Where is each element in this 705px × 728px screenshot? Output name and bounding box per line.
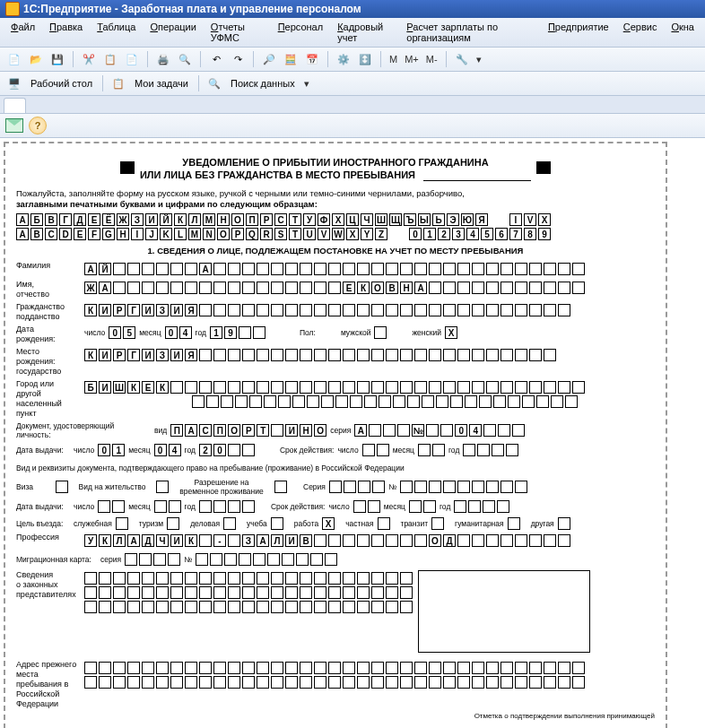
memory-mminus[interactable]: M-	[424, 54, 440, 65]
cell[interactable]	[156, 601, 169, 613]
cell[interactable]	[362, 444, 375, 456]
cell[interactable]	[257, 304, 269, 316]
checkbox-purpose-1[interactable]	[167, 517, 179, 530]
cell[interactable]	[314, 601, 326, 613]
cell[interactable]	[142, 263, 154, 275]
cell[interactable]	[300, 282, 312, 294]
cell[interactable]	[486, 662, 499, 674]
cell[interactable]: О	[314, 424, 326, 437]
cell[interactable]	[213, 601, 226, 613]
cell[interactable]	[414, 304, 427, 316]
cell[interactable]	[127, 676, 140, 689]
cell[interactable]	[113, 676, 126, 689]
cell[interactable]	[257, 662, 269, 674]
cell[interactable]	[325, 553, 337, 566]
cell[interactable]	[170, 572, 183, 585]
cell[interactable]	[357, 586, 370, 599]
cell[interactable]	[515, 349, 527, 361]
cell[interactable]	[483, 424, 496, 437]
cell[interactable]	[371, 662, 384, 674]
checkbox-tempperm[interactable]	[274, 481, 287, 493]
cell[interactable]	[328, 586, 341, 599]
cell[interactable]	[377, 444, 389, 456]
cell[interactable]	[344, 481, 356, 493]
cell[interactable]	[213, 500, 226, 513]
cell[interactable]: 0	[109, 326, 121, 339]
cell[interactable]	[486, 534, 499, 547]
cell[interactable]	[328, 282, 341, 294]
cell[interactable]	[99, 572, 111, 585]
menu-правка[interactable]: Правка	[44, 20, 88, 45]
cell[interactable]	[506, 444, 518, 456]
cell[interactable]	[228, 534, 240, 547]
cell[interactable]	[383, 424, 396, 437]
cell[interactable]: И	[99, 304, 111, 316]
cell[interactable]	[414, 381, 427, 394]
cell[interactable]	[257, 601, 269, 613]
cell[interactable]	[440, 424, 453, 437]
cell[interactable]: Г	[127, 349, 140, 361]
cell[interactable]	[429, 263, 441, 275]
cell[interactable]	[142, 662, 154, 674]
cell[interactable]	[127, 572, 140, 585]
cell[interactable]	[213, 304, 226, 316]
cell[interactable]	[400, 586, 413, 599]
checkbox-visa[interactable]	[56, 481, 68, 493]
cell[interactable]	[192, 395, 205, 408]
cell[interactable]	[371, 572, 384, 585]
cell[interactable]	[572, 263, 585, 275]
cell[interactable]	[353, 500, 366, 513]
print-icon[interactable]: 🖨️	[154, 50, 172, 68]
cell[interactable]	[457, 534, 470, 547]
cell[interactable]: К	[185, 534, 197, 547]
cell[interactable]	[558, 304, 570, 316]
tasks-icon[interactable]: 📋	[109, 74, 127, 92]
cell[interactable]	[169, 500, 181, 513]
cell[interactable]	[242, 601, 255, 613]
cell[interactable]	[328, 601, 341, 613]
cell[interactable]	[300, 349, 312, 361]
calendar-icon[interactable]: 📅	[303, 50, 321, 68]
cell[interactable]: З	[156, 349, 169, 361]
cell[interactable]	[371, 304, 384, 316]
cell[interactable]	[142, 282, 154, 294]
cell[interactable]	[515, 381, 527, 394]
cell[interactable]	[368, 500, 380, 513]
cell[interactable]	[213, 282, 226, 294]
cell[interactable]	[536, 395, 549, 408]
cell[interactable]	[170, 676, 183, 689]
cell[interactable]	[292, 395, 305, 408]
cell[interactable]	[515, 282, 527, 294]
cell[interactable]	[127, 662, 140, 674]
cell[interactable]	[343, 263, 355, 275]
cell[interactable]	[328, 662, 341, 674]
cell[interactable]	[472, 349, 484, 361]
cell[interactable]	[228, 586, 240, 599]
cell[interactable]	[199, 601, 212, 613]
cell[interactable]	[429, 304, 441, 316]
cell[interactable]	[185, 381, 197, 394]
cell[interactable]	[454, 500, 466, 513]
cell[interactable]: Е	[142, 381, 154, 394]
cell[interactable]: Н	[300, 424, 312, 437]
cell[interactable]	[409, 500, 422, 513]
cell[interactable]	[253, 553, 265, 566]
cell[interactable]	[371, 601, 384, 613]
cell[interactable]	[357, 263, 370, 275]
cell[interactable]	[285, 586, 298, 599]
cell[interactable]	[300, 662, 312, 674]
cell[interactable]	[170, 282, 183, 294]
cell[interactable]: К	[99, 534, 111, 547]
cell[interactable]: А	[185, 424, 197, 437]
cell[interactable]	[486, 304, 499, 316]
cell[interactable]	[239, 553, 251, 566]
cell[interactable]	[328, 381, 341, 394]
cell[interactable]: 4	[179, 326, 192, 339]
cell[interactable]	[300, 304, 312, 316]
cell[interactable]	[443, 662, 456, 674]
cell[interactable]	[321, 395, 334, 408]
cell[interactable]	[213, 381, 226, 394]
tasks-button[interactable]: Мои задачи	[131, 76, 192, 91]
cell[interactable]	[422, 395, 434, 408]
filter-icon[interactable]: ⚙️	[335, 50, 352, 68]
